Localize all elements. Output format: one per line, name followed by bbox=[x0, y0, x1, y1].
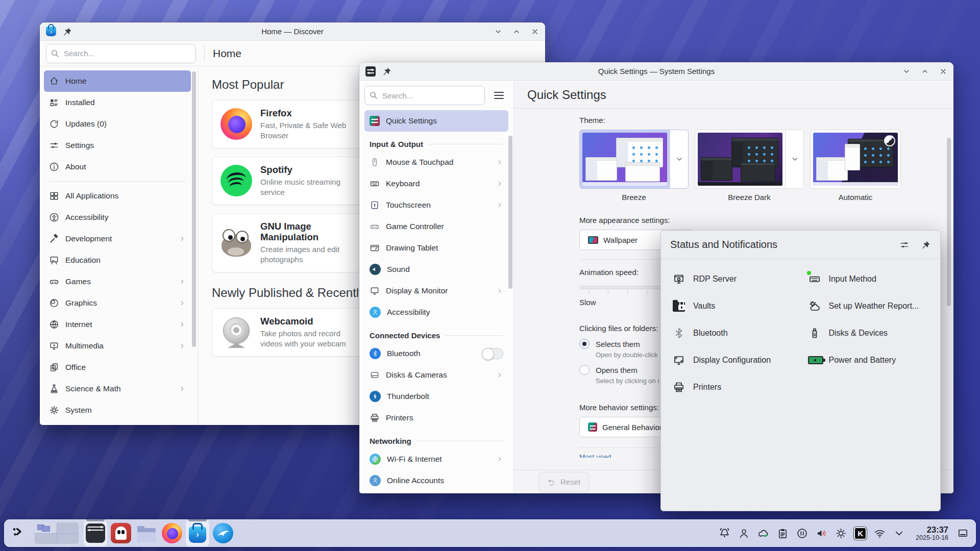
app-card-gimp[interactable]: GNU Image Manipulation Create images and… bbox=[212, 213, 361, 272]
pager-desktop-3[interactable] bbox=[35, 534, 57, 544]
tray-item-disks-devices[interactable]: Disks & Devices bbox=[801, 319, 937, 346]
app-card-spotify[interactable]: Spotify Online music streaming service bbox=[212, 157, 361, 205]
sidebar-item-printers[interactable]: Printers bbox=[364, 407, 508, 429]
sidebar-item-office[interactable]: Office bbox=[44, 357, 191, 378]
theme-dropdown-button[interactable] bbox=[785, 130, 803, 188]
pin-icon[interactable] bbox=[921, 240, 931, 250]
theme-option[interactable] bbox=[695, 130, 804, 189]
tray-item-bluetooth[interactable]: Bluetooth bbox=[665, 319, 801, 346]
cloud-sync-icon[interactable] bbox=[754, 522, 772, 544]
sidebar-item-installed[interactable]: Installed bbox=[44, 92, 191, 113]
sidebar-item-home[interactable]: Home bbox=[44, 70, 191, 92]
settings-titlebar[interactable]: Quick Settings — System Settings bbox=[359, 62, 953, 81]
reset-button[interactable]: Reset bbox=[538, 472, 589, 492]
sidebar-item-disks-cameras[interactable]: Disks & Cameras bbox=[364, 364, 508, 386]
theme-preview-breeze[interactable] bbox=[582, 133, 667, 186]
sidebar-item-thunderbolt[interactable]: Thunderbolt bbox=[364, 386, 508, 407]
sidebar-item-updates[interactable]: Updates (0) bbox=[44, 113, 191, 135]
sidebar-scrollbar[interactable] bbox=[508, 136, 512, 289]
virtual-desktop-pager[interactable] bbox=[35, 522, 79, 544]
sidebar-item-multimedia[interactable]: Multimedia bbox=[44, 335, 191, 357]
task-firefox[interactable] bbox=[160, 519, 184, 547]
tray-item-vaults[interactable]: Vaults bbox=[665, 292, 801, 319]
sidebar-item-mouse-touchpad[interactable]: Mouse & Touchpad bbox=[364, 152, 508, 173]
task-system-settings[interactable] bbox=[84, 519, 107, 547]
sidebar-item-game-controller[interactable]: Game Controller bbox=[364, 216, 508, 237]
theme-dropdown-button[interactable] bbox=[670, 130, 688, 188]
configure-icon[interactable] bbox=[899, 240, 910, 250]
brightness-icon[interactable] bbox=[832, 522, 850, 544]
radio-button-selected[interactable] bbox=[579, 339, 590, 349]
tray-item-weather[interactable]: Set up Weather Report... bbox=[801, 292, 937, 319]
task-discover[interactable]: › bbox=[186, 519, 209, 547]
sidebar-item-development[interactable]: Development bbox=[44, 228, 191, 249]
sidebar-item-internet[interactable]: Internet bbox=[44, 314, 191, 335]
tray-item-display-configuration[interactable]: Display Configuration bbox=[665, 346, 801, 373]
settings-search[interactable] bbox=[364, 86, 485, 105]
sidebar-item-online-accounts[interactable]: Online Accounts bbox=[364, 470, 508, 491]
radio-button-unselected[interactable] bbox=[579, 365, 590, 375]
discover-search[interactable] bbox=[46, 44, 196, 63]
sidebar-item-all-applications[interactable]: All Applications bbox=[44, 185, 191, 207]
search-input[interactable] bbox=[46, 44, 196, 63]
search-input[interactable] bbox=[364, 86, 485, 105]
kate-icon[interactable]: K bbox=[851, 522, 869, 544]
sidebar-item-science-math[interactable]: Science & Math bbox=[44, 378, 191, 399]
task-falkon[interactable] bbox=[211, 519, 235, 547]
media-pause-icon[interactable] bbox=[793, 522, 811, 544]
pin-icon[interactable] bbox=[62, 27, 72, 37]
close-icon[interactable] bbox=[939, 67, 947, 76]
pin-icon[interactable] bbox=[382, 66, 392, 77]
sidebar-item-graphics[interactable]: Graphics bbox=[44, 292, 191, 314]
sidebar-item-display-monitor[interactable]: Display & Monitor bbox=[364, 280, 508, 302]
pager-desktop-4[interactable] bbox=[57, 534, 79, 544]
notifications-icon[interactable] bbox=[716, 522, 733, 544]
show-desktop-button[interactable] bbox=[954, 522, 972, 544]
tray-item-rdp-server[interactable]: RDP Server bbox=[665, 265, 801, 292]
application-launcher-button[interactable] bbox=[8, 519, 30, 547]
minimize-icon[interactable] bbox=[494, 28, 502, 36]
content-scrollbar[interactable] bbox=[947, 138, 951, 306]
task-ghost-app[interactable] bbox=[109, 519, 133, 547]
sidebar-item-drawing-tablet[interactable]: Drawing Tablet bbox=[364, 237, 508, 259]
theme-preview-breeze-dark[interactable] bbox=[698, 133, 782, 186]
volume-icon[interactable] bbox=[813, 522, 830, 544]
maximize-icon[interactable] bbox=[921, 67, 929, 76]
pager-desktop-1[interactable] bbox=[35, 522, 57, 533]
user-icon[interactable] bbox=[735, 522, 753, 544]
hamburger-menu-button[interactable] bbox=[489, 86, 508, 105]
discover-titlebar[interactable]: › Home — Discover bbox=[40, 22, 545, 41]
bluetooth-toggle[interactable] bbox=[482, 348, 503, 359]
task-dolphin[interactable] bbox=[135, 519, 158, 547]
sidebar-item-wifi-internet[interactable]: Wi-Fi & Internet bbox=[364, 448, 508, 470]
pager-desktop-2[interactable] bbox=[57, 522, 79, 533]
app-card-firefox[interactable]: Firefox Fast, Private & Safe Web Browser bbox=[212, 100, 361, 148]
sidebar-item-accessibility[interactable]: Accessibility bbox=[364, 302, 508, 323]
minimize-icon[interactable] bbox=[902, 67, 911, 76]
clock[interactable]: 23:37 2025-10-16 bbox=[916, 525, 948, 541]
sidebar-item-touchscreen[interactable]: Touchscreen bbox=[364, 194, 508, 216]
sidebar-item-system[interactable]: System bbox=[44, 399, 191, 421]
sidebar-item-keyboard[interactable]: Keyboard bbox=[364, 173, 508, 194]
clipboard-icon[interactable] bbox=[774, 522, 792, 544]
tray-item-input-method[interactable]: Input Method bbox=[801, 265, 937, 292]
sidebar-item-settings[interactable]: Settings bbox=[44, 135, 191, 156]
sidebar-item-bluetooth[interactable]: Bluetooth bbox=[364, 343, 508, 364]
sidebar-item-sound[interactable]: Sound bbox=[364, 259, 508, 280]
expand-tray-chevron-icon[interactable] bbox=[890, 522, 908, 544]
sidebar-scrollbar[interactable] bbox=[192, 71, 196, 347]
sidebar-item-games[interactable]: Games bbox=[44, 271, 191, 292]
maximize-icon[interactable] bbox=[512, 28, 521, 36]
sidebar-item-about[interactable]: About bbox=[44, 156, 191, 178]
theme-preview-automatic[interactable] bbox=[813, 133, 898, 186]
theme-option[interactable] bbox=[579, 130, 689, 189]
app-card-webcamoid[interactable]: Webcamoid Take photos and record videos … bbox=[212, 308, 361, 357]
tray-item-power-battery[interactable]: Power and Battery bbox=[801, 346, 937, 373]
sidebar-item-quick-settings[interactable]: Quick Settings bbox=[364, 110, 508, 132]
sidebar-item-accessibility[interactable]: Accessibility bbox=[44, 207, 191, 228]
theme-option[interactable] bbox=[810, 130, 901, 189]
close-icon[interactable] bbox=[531, 28, 539, 36]
tray-item-printers[interactable]: Printers bbox=[665, 373, 801, 400]
sidebar-item-education[interactable]: Education bbox=[44, 249, 191, 271]
wifi-icon[interactable] bbox=[871, 522, 889, 544]
